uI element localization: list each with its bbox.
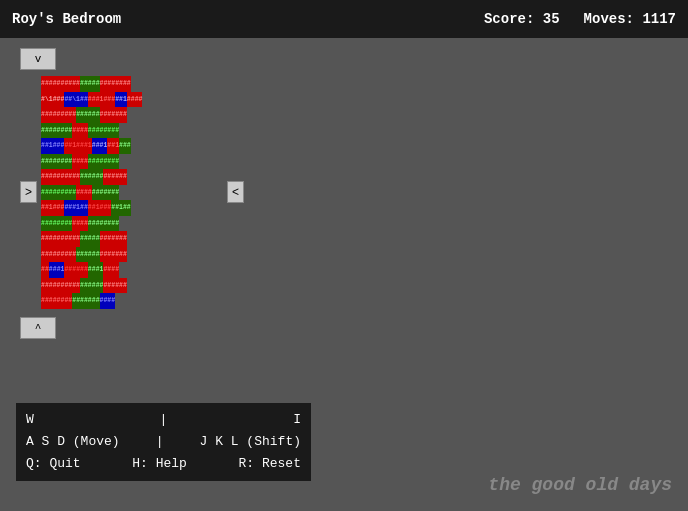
controls-row-1: W | I (26, 409, 301, 431)
grid-row: ###################### (41, 169, 223, 185)
scroll-top-btn[interactable]: v (20, 48, 56, 70)
ctrl-asd: A S D (Move) (26, 431, 120, 453)
ascii-grid: ########################\1#####\1#####1#… (41, 76, 223, 309)
grid-row: ###################### (41, 247, 223, 263)
ctrl-quit: Q: Quit (26, 453, 81, 475)
controls-row-2: A S D (Move) | J K L (Shift) (26, 431, 301, 453)
ctrl-w: W (26, 409, 34, 431)
score-display: Score: 35 (484, 11, 560, 27)
grid-row: #\1#####\1#####1#####1#### (41, 92, 223, 108)
grid-row: #####1#########1#### (41, 262, 223, 278)
title-bar: Roy's Bedroom Score: 35 Moves: 1117 (0, 0, 688, 38)
ctrl-i: I (293, 409, 301, 431)
score-moves: Score: 35 Moves: 1117 (484, 11, 676, 27)
ctrl-jkl: J K L (Shift) (200, 431, 301, 453)
game-content: v > ########################\1#####\1###… (0, 38, 688, 353)
grid-row: #################### (41, 123, 223, 139)
grid-row: ##1#####1###1###1##1### (41, 138, 223, 154)
grid-row: ###################### (41, 107, 223, 123)
grid-row: ###################### (41, 231, 223, 247)
logo: the good old days (488, 475, 672, 495)
controls-row-3: Q: Quit H: Help R: Reset (26, 453, 301, 475)
grid-row: ###################### (41, 278, 223, 294)
grid-row: #################### (41, 154, 223, 170)
ctrl-reset: R: Reset (239, 453, 301, 475)
nav-left-btn[interactable]: > (20, 181, 37, 203)
grid-row: ################### (41, 293, 223, 309)
grid-row: ####################### (41, 76, 223, 92)
scroll-bottom-btn[interactable]: ^ (20, 317, 56, 339)
game-title: Roy's Bedroom (12, 11, 121, 27)
moves-display: Moves: 1117 (584, 11, 676, 27)
ctrl-sep-1: | (160, 409, 168, 431)
ctrl-help: H: Help (132, 453, 187, 475)
grid-row: #################### (41, 185, 223, 201)
nav-right-btn[interactable]: < (227, 181, 244, 203)
controls-panel: W | I A S D (Move) | J K L (Shift) Q: Qu… (16, 403, 311, 481)
grid-row: ##1######1####1#####1## (41, 200, 223, 216)
grid-row: #################### (41, 216, 223, 232)
game-area: > ########################\1#####\1#####… (20, 76, 668, 309)
ctrl-sep-2: | (156, 431, 164, 453)
